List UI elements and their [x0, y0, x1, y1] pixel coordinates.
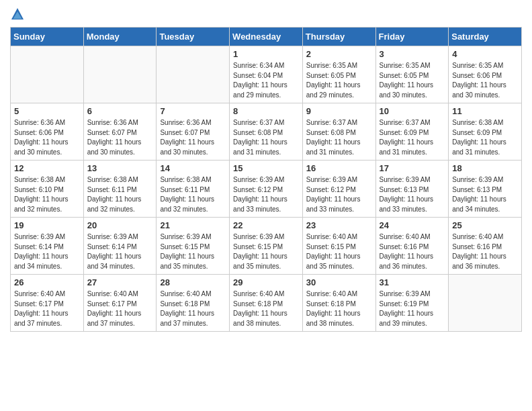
day-number: 26 [14, 277, 80, 287]
day-info: Sunrise: 6:39 AM Sunset: 6:12 PM Dayligh… [306, 175, 372, 214]
day-info: Sunrise: 6:39 AM Sunset: 6:13 PM Dayligh… [380, 175, 445, 214]
week-row-2: 5Sunrise: 6:36 AM Sunset: 6:06 PM Daylig… [11, 103, 522, 161]
day-number: 10 [380, 106, 445, 116]
weekday-header-row: SundayMondayTuesdayWednesdayThursdayFrid… [11, 28, 522, 46]
calendar-cell: 29Sunrise: 6:40 AM Sunset: 6:18 PM Dayli… [230, 275, 303, 332]
day-number: 12 [14, 163, 80, 173]
day-info: Sunrise: 6:35 AM Sunset: 6:06 PM Dayligh… [452, 61, 518, 100]
weekday-header-sunday: Sunday [11, 28, 84, 46]
day-info: Sunrise: 6:38 AM Sunset: 6:11 PM Dayligh… [87, 175, 153, 214]
week-row-3: 12Sunrise: 6:38 AM Sunset: 6:10 PM Dayli… [11, 161, 522, 218]
day-number: 22 [233, 220, 299, 230]
day-info: Sunrise: 6:36 AM Sunset: 6:07 PM Dayligh… [160, 118, 226, 157]
day-info: Sunrise: 6:39 AM Sunset: 6:14 PM Dayligh… [87, 232, 153, 271]
day-info: Sunrise: 6:39 AM Sunset: 6:15 PM Dayligh… [233, 232, 299, 271]
calendar-cell: 27Sunrise: 6:40 AM Sunset: 6:17 PM Dayli… [83, 275, 157, 332]
calendar-cell: 11Sunrise: 6:38 AM Sunset: 6:09 PM Dayli… [449, 103, 522, 161]
day-info: Sunrise: 6:39 AM Sunset: 6:14 PM Dayligh… [14, 232, 80, 271]
day-info: Sunrise: 6:39 AM Sunset: 6:12 PM Dayligh… [233, 175, 299, 214]
day-number: 5 [14, 106, 80, 116]
calendar-cell: 14Sunrise: 6:38 AM Sunset: 6:11 PM Dayli… [157, 161, 230, 218]
day-number: 17 [380, 163, 445, 173]
day-number: 6 [87, 106, 153, 116]
calendar-cell: 30Sunrise: 6:40 AM Sunset: 6:18 PM Dayli… [302, 275, 375, 332]
day-info: Sunrise: 6:35 AM Sunset: 6:05 PM Dayligh… [380, 61, 445, 100]
day-number: 13 [87, 163, 153, 173]
day-number: 9 [306, 106, 372, 116]
day-number: 29 [233, 277, 299, 287]
calendar-cell: 8Sunrise: 6:37 AM Sunset: 6:08 PM Daylig… [230, 103, 303, 161]
day-info: Sunrise: 6:37 AM Sunset: 6:08 PM Dayligh… [306, 118, 372, 157]
page-header [10, 7, 522, 21]
calendar-table: SundayMondayTuesdayWednesdayThursdayFrid… [10, 27, 522, 332]
calendar-cell: 5Sunrise: 6:36 AM Sunset: 6:06 PM Daylig… [11, 103, 84, 161]
calendar-cell: 22Sunrise: 6:39 AM Sunset: 6:15 PM Dayli… [230, 218, 303, 275]
day-info: Sunrise: 6:35 AM Sunset: 6:05 PM Dayligh… [306, 61, 372, 100]
day-info: Sunrise: 6:38 AM Sunset: 6:11 PM Dayligh… [160, 175, 226, 214]
day-number: 28 [160, 277, 226, 287]
calendar-cell: 13Sunrise: 6:38 AM Sunset: 6:11 PM Dayli… [83, 161, 157, 218]
weekday-header-thursday: Thursday [302, 28, 375, 46]
calendar-cell: 20Sunrise: 6:39 AM Sunset: 6:14 PM Dayli… [83, 218, 157, 275]
calendar-cell [11, 46, 84, 103]
weekday-header-wednesday: Wednesday [230, 28, 303, 46]
calendar-cell: 7Sunrise: 6:36 AM Sunset: 6:07 PM Daylig… [157, 103, 230, 161]
calendar-cell: 9Sunrise: 6:37 AM Sunset: 6:08 PM Daylig… [302, 103, 375, 161]
calendar-cell: 15Sunrise: 6:39 AM Sunset: 6:12 PM Dayli… [230, 161, 303, 218]
calendar-cell: 6Sunrise: 6:36 AM Sunset: 6:07 PM Daylig… [83, 103, 157, 161]
weekday-header-saturday: Saturday [449, 28, 522, 46]
calendar-cell: 1Sunrise: 6:34 AM Sunset: 6:04 PM Daylig… [230, 46, 303, 103]
calendar-cell: 28Sunrise: 6:40 AM Sunset: 6:18 PM Dayli… [157, 275, 230, 332]
day-number: 1 [233, 49, 299, 59]
weekday-header-friday: Friday [375, 28, 449, 46]
calendar-cell: 12Sunrise: 6:38 AM Sunset: 6:10 PM Dayli… [11, 161, 84, 218]
day-info: Sunrise: 6:40 AM Sunset: 6:17 PM Dayligh… [87, 289, 153, 328]
day-number: 8 [233, 106, 299, 116]
day-number: 18 [452, 163, 518, 173]
day-number: 16 [306, 163, 372, 173]
calendar-cell: 24Sunrise: 6:40 AM Sunset: 6:16 PM Dayli… [375, 218, 449, 275]
day-number: 30 [306, 277, 372, 287]
day-number: 15 [233, 163, 299, 173]
day-number: 19 [14, 220, 80, 230]
logo [10, 7, 28, 21]
calendar-cell: 31Sunrise: 6:39 AM Sunset: 6:19 PM Dayli… [375, 275, 449, 332]
day-info: Sunrise: 6:40 AM Sunset: 6:16 PM Dayligh… [380, 232, 445, 271]
day-info: Sunrise: 6:39 AM Sunset: 6:15 PM Dayligh… [160, 232, 226, 271]
day-info: Sunrise: 6:40 AM Sunset: 6:15 PM Dayligh… [306, 232, 372, 271]
calendar-cell: 2Sunrise: 6:35 AM Sunset: 6:05 PM Daylig… [302, 46, 375, 103]
calendar-cell: 16Sunrise: 6:39 AM Sunset: 6:12 PM Dayli… [302, 161, 375, 218]
calendar-cell: 21Sunrise: 6:39 AM Sunset: 6:15 PM Dayli… [157, 218, 230, 275]
day-info: Sunrise: 6:39 AM Sunset: 6:19 PM Dayligh… [380, 289, 445, 328]
day-info: Sunrise: 6:36 AM Sunset: 6:06 PM Dayligh… [14, 118, 80, 157]
calendar-cell [157, 46, 230, 103]
day-info: Sunrise: 6:40 AM Sunset: 6:17 PM Dayligh… [14, 289, 80, 328]
calendar-cell [449, 275, 522, 332]
day-number: 31 [380, 277, 445, 287]
day-number: 21 [160, 220, 226, 230]
day-number: 24 [380, 220, 445, 230]
day-info: Sunrise: 6:34 AM Sunset: 6:04 PM Dayligh… [233, 61, 299, 100]
calendar-cell: 3Sunrise: 6:35 AM Sunset: 6:05 PM Daylig… [375, 46, 449, 103]
calendar-cell [83, 46, 157, 103]
day-number: 23 [306, 220, 372, 230]
calendar-cell: 4Sunrise: 6:35 AM Sunset: 6:06 PM Daylig… [449, 46, 522, 103]
calendar-cell: 25Sunrise: 6:40 AM Sunset: 6:16 PM Dayli… [449, 218, 522, 275]
calendar-cell: 23Sunrise: 6:40 AM Sunset: 6:15 PM Dayli… [302, 218, 375, 275]
day-number: 3 [380, 49, 445, 59]
day-info: Sunrise: 6:40 AM Sunset: 6:16 PM Dayligh… [452, 232, 518, 271]
day-number: 20 [87, 220, 153, 230]
logo-icon [10, 7, 25, 21]
calendar-cell: 18Sunrise: 6:39 AM Sunset: 6:13 PM Dayli… [449, 161, 522, 218]
day-number: 27 [87, 277, 153, 287]
day-info: Sunrise: 6:36 AM Sunset: 6:07 PM Dayligh… [87, 118, 153, 157]
week-row-5: 26Sunrise: 6:40 AM Sunset: 6:17 PM Dayli… [11, 275, 522, 332]
day-info: Sunrise: 6:39 AM Sunset: 6:13 PM Dayligh… [452, 175, 518, 214]
weekday-header-monday: Monday [83, 28, 157, 46]
weekday-header-tuesday: Tuesday [157, 28, 230, 46]
day-info: Sunrise: 6:37 AM Sunset: 6:09 PM Dayligh… [380, 118, 445, 157]
day-number: 2 [306, 49, 372, 59]
week-row-1: 1Sunrise: 6:34 AM Sunset: 6:04 PM Daylig… [11, 46, 522, 103]
day-number: 4 [452, 49, 518, 59]
calendar-cell: 17Sunrise: 6:39 AM Sunset: 6:13 PM Dayli… [375, 161, 449, 218]
